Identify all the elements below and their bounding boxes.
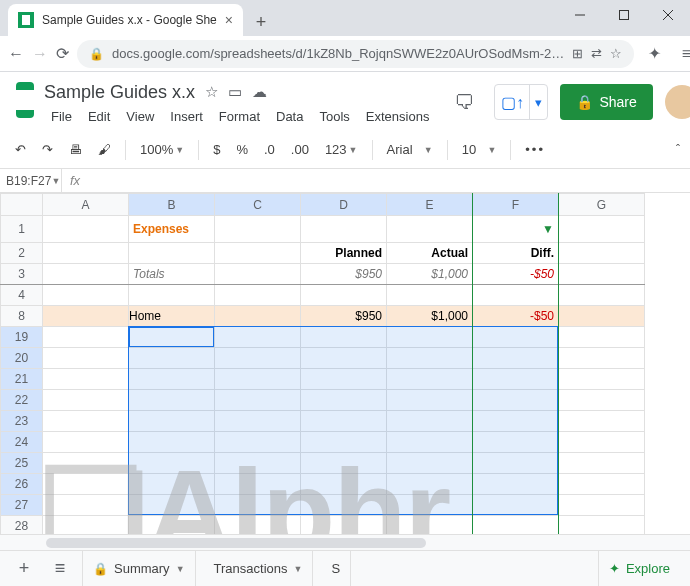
menu-extensions[interactable]: Extensions <box>359 106 437 127</box>
cell[interactable] <box>129 390 215 411</box>
cell[interactable] <box>215 432 301 453</box>
extensions-icon[interactable]: ✦ <box>642 42 666 66</box>
forward-button[interactable]: → <box>32 42 48 66</box>
cell[interactable] <box>559 348 645 369</box>
reload-button[interactable]: ⟳ <box>56 42 69 66</box>
row-header[interactable]: 1 <box>1 216 43 243</box>
cell[interactable] <box>473 285 559 306</box>
sheets-logo-icon[interactable] <box>16 82 34 118</box>
present-icon[interactable]: ▢↑ <box>495 93 529 112</box>
redo-button[interactable]: ↷ <box>37 139 58 160</box>
cell[interactable] <box>387 348 473 369</box>
qr-icon[interactable]: ⊞ <box>572 46 583 61</box>
row-header[interactable]: 19 <box>1 327 43 348</box>
cell[interactable] <box>559 495 645 516</box>
close-icon[interactable]: × <box>225 12 233 28</box>
cell[interactable] <box>215 474 301 495</box>
row-header[interactable]: 4 <box>1 285 43 306</box>
row-header[interactable]: 26 <box>1 474 43 495</box>
close-window-button[interactable] <box>646 0 690 30</box>
cell[interactable] <box>301 216 387 243</box>
cell[interactable] <box>473 390 559 411</box>
chevron-down-icon[interactable]: ▼ <box>176 564 185 574</box>
collapse-toolbar-button[interactable]: ˆ <box>676 143 680 157</box>
cell[interactable] <box>215 390 301 411</box>
cell[interactable] <box>301 432 387 453</box>
cell[interactable] <box>559 390 645 411</box>
menu-format[interactable]: Format <box>212 106 267 127</box>
cell[interactable] <box>215 348 301 369</box>
horizontal-scrollbar[interactable] <box>0 534 690 550</box>
increase-decimal-button[interactable]: .00 <box>286 139 314 160</box>
cell[interactable]: -$50 <box>473 264 559 285</box>
cell[interactable]: Totals <box>129 264 215 285</box>
share-button[interactable]: 🔒 Share <box>560 84 652 120</box>
cell[interactable] <box>43 348 129 369</box>
cell[interactable] <box>473 411 559 432</box>
filter-icon[interactable]: ▼ <box>542 222 558 236</box>
cell[interactable] <box>387 474 473 495</box>
cell[interactable] <box>387 390 473 411</box>
all-sheets-button[interactable]: ≡ <box>46 555 74 583</box>
cell[interactable] <box>129 453 215 474</box>
cell[interactable] <box>559 285 645 306</box>
cell[interactable] <box>301 495 387 516</box>
cell[interactable] <box>215 216 301 243</box>
cell[interactable] <box>301 285 387 306</box>
browser-tab[interactable]: Sample Guides x.x - Google She × <box>8 4 243 36</box>
cell[interactable] <box>43 285 129 306</box>
cell[interactable] <box>129 243 215 264</box>
cell[interactable] <box>43 432 129 453</box>
cell[interactable] <box>387 285 473 306</box>
number-format-dropdown[interactable]: 123 ▼ <box>320 139 363 160</box>
cell[interactable] <box>559 474 645 495</box>
row-header[interactable]: 21 <box>1 369 43 390</box>
cell[interactable] <box>43 216 129 243</box>
cell[interactable] <box>387 327 473 348</box>
cell[interactable] <box>387 432 473 453</box>
cell[interactable] <box>473 348 559 369</box>
cell[interactable] <box>559 432 645 453</box>
cell[interactable] <box>43 390 129 411</box>
cell[interactable] <box>559 243 645 264</box>
account-avatar[interactable] <box>665 85 690 119</box>
reading-list-icon[interactable]: ≡ <box>674 42 690 66</box>
tab-summary[interactable]: 🔒 Summary ▼ <box>82 551 196 586</box>
zoom-dropdown[interactable]: 100% ▼ <box>135 139 189 160</box>
translate-icon[interactable]: ⇄ <box>591 46 602 61</box>
col-header-G[interactable]: G <box>559 194 645 216</box>
cell[interactable]: Actual <box>387 243 473 264</box>
move-icon[interactable]: ▭ <box>228 83 242 101</box>
maximize-button[interactable] <box>602 0 646 30</box>
cell[interactable] <box>215 411 301 432</box>
cell[interactable] <box>559 306 645 327</box>
decrease-decimal-button[interactable]: .0 <box>259 139 280 160</box>
cell[interactable] <box>129 327 215 348</box>
cell[interactable]: $950 <box>301 264 387 285</box>
row-header[interactable]: 20 <box>1 348 43 369</box>
cell[interactable] <box>215 243 301 264</box>
menu-tools[interactable]: Tools <box>312 106 356 127</box>
col-header-E[interactable]: E <box>387 194 473 216</box>
cell[interactable] <box>43 264 129 285</box>
cell[interactable]: Planned <box>301 243 387 264</box>
cell[interactable] <box>129 411 215 432</box>
back-button[interactable]: ← <box>8 42 24 66</box>
row-header[interactable]: 2 <box>1 243 43 264</box>
cell[interactable] <box>559 411 645 432</box>
cell[interactable] <box>215 453 301 474</box>
cell[interactable] <box>473 369 559 390</box>
cell[interactable]: $1,000 <box>387 306 473 327</box>
menu-view[interactable]: View <box>119 106 161 127</box>
cell[interactable]: Home <box>129 306 215 327</box>
tab-hidden[interactable]: S <box>321 551 351 586</box>
cell[interactable] <box>43 327 129 348</box>
more-toolbar-button[interactable]: ••• <box>520 139 550 160</box>
row-header[interactable]: 8 <box>1 306 43 327</box>
row-header[interactable]: 23 <box>1 411 43 432</box>
cell[interactable] <box>301 327 387 348</box>
row-header[interactable]: 25 <box>1 453 43 474</box>
menu-edit[interactable]: Edit <box>81 106 117 127</box>
cell[interactable] <box>129 474 215 495</box>
cell[interactable] <box>301 453 387 474</box>
